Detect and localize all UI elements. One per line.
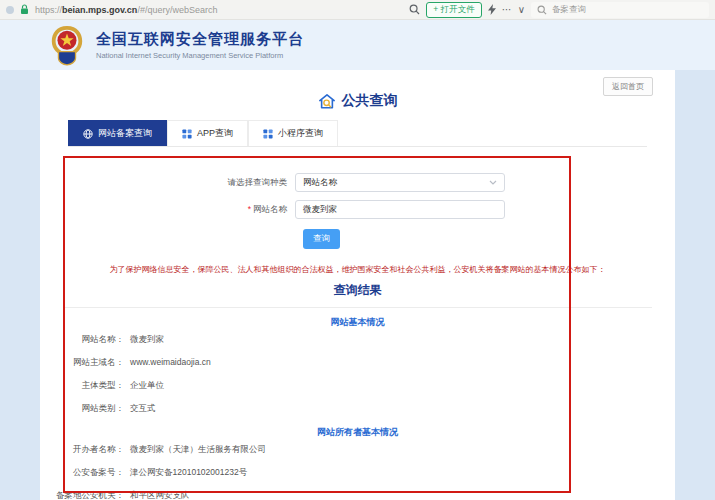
website-name-label: *网站名称 bbox=[40, 204, 295, 216]
row-label: 备案地公安机关： bbox=[40, 490, 124, 500]
url-domain: beian.mps.gov.cn bbox=[62, 5, 137, 15]
grid-icon bbox=[263, 129, 273, 139]
browser-bar: https://beian.mps.gov.cn/#/query/webSear… bbox=[0, 0, 715, 20]
lightning-icon[interactable] bbox=[488, 4, 496, 15]
website-name-row: *网站名称 微麦到家 bbox=[40, 200, 675, 219]
url-scheme: https:// bbox=[35, 5, 62, 15]
row-value: 交互式 bbox=[130, 403, 156, 415]
site-title: 全国互联网安全管理服务平台 bbox=[96, 30, 304, 49]
query-type-select[interactable]: 网站名称 bbox=[295, 173, 505, 192]
house-search-icon bbox=[318, 93, 336, 110]
open-file-button[interactable]: + 打开文件 bbox=[426, 2, 481, 18]
query-type-row: 请选择查询种类 网站名称 bbox=[40, 173, 675, 192]
results-title: 查询结果 bbox=[40, 282, 675, 299]
section-heading-owner-basic: 网站所有者基本情况 bbox=[40, 426, 675, 439]
section-heading-website-basic: 网站基本情况 bbox=[40, 316, 675, 329]
address-bar[interactable]: https://beian.mps.gov.cn/#/query/webSear… bbox=[35, 5, 217, 15]
result-row: 备案地公安机关： 和平区网安支队 bbox=[40, 490, 675, 500]
row-label: 主体类型： bbox=[40, 380, 124, 392]
query-type-value: 网站名称 bbox=[303, 177, 337, 189]
row-label: 网站名称： bbox=[40, 334, 124, 346]
site-title-block: 全国互联网安全管理服务平台 National Internet Security… bbox=[96, 30, 304, 60]
query-type-label: 请选择查询种类 bbox=[40, 177, 295, 189]
query-form: 请选择查询种类 网站名称 *网站名称 微麦到家 查询 bbox=[40, 173, 675, 249]
result-row: 公安备案号： 津公网安备12010102001232号 bbox=[40, 467, 675, 479]
page-title: 公共查询 bbox=[342, 92, 398, 110]
result-row: 开办者名称： 微麦到家（天津）生活服务有限公司 bbox=[40, 444, 675, 456]
divider bbox=[63, 307, 652, 308]
query-tabs: 网站备案查询 APP查询 小程序查询 bbox=[68, 120, 647, 147]
query-submit-button[interactable]: 查询 bbox=[303, 229, 340, 249]
row-label: 公安备案号： bbox=[40, 467, 124, 479]
row-value: 企业单位 bbox=[130, 380, 164, 392]
site-subtitle: National Internet Security Management Se… bbox=[96, 51, 304, 60]
result-row: 网站类别： 交互式 bbox=[40, 403, 675, 415]
lock-icon bbox=[20, 4, 29, 15]
tab-favicon-dot bbox=[6, 6, 14, 14]
quick-search-field[interactable]: 备案查询 bbox=[531, 2, 709, 18]
row-label: 网站类别： bbox=[40, 403, 124, 415]
site-header: 全国互联网安全管理服务平台 National Internet Security… bbox=[0, 20, 715, 70]
chevron-down-icon[interactable]: ∨ bbox=[518, 4, 525, 15]
row-label: 网站主域名： bbox=[40, 357, 124, 369]
grid-icon bbox=[182, 129, 192, 139]
tab-miniprogram-query[interactable]: 小程序查询 bbox=[248, 120, 338, 146]
tab-app-query[interactable]: APP查询 bbox=[167, 120, 248, 146]
legal-notice: 为了保护网络信息安全，保障公民、法人和其他组织的合法权益，维护国家安全和社会公共… bbox=[40, 264, 675, 275]
row-value: 微麦到家 bbox=[130, 334, 164, 346]
search-icon[interactable] bbox=[409, 4, 420, 15]
row-value: www.weimaidaojia.cn bbox=[130, 357, 211, 369]
more-icon[interactable]: ⋯ bbox=[502, 4, 512, 15]
website-basic-rows: 网站名称： 微麦到家 网站主域名： www.weimaidaojia.cn 主体… bbox=[40, 334, 675, 415]
quick-search-text: 备案查询 bbox=[552, 4, 586, 16]
row-value: 津公网安备12010102001232号 bbox=[130, 467, 247, 479]
website-name-input[interactable]: 微麦到家 bbox=[295, 200, 505, 219]
back-home-button[interactable]: 返回首页 bbox=[603, 77, 653, 96]
search-icon bbox=[537, 5, 547, 15]
page-title-row: 公共查询 bbox=[40, 70, 675, 110]
tab-label: 网站备案查询 bbox=[98, 127, 152, 140]
required-asterisk: * bbox=[248, 204, 251, 214]
result-row: 网站名称： 微麦到家 bbox=[40, 334, 675, 346]
row-label: 开办者名称： bbox=[40, 444, 124, 456]
globe-icon bbox=[83, 129, 93, 139]
police-emblem-logo bbox=[48, 24, 86, 66]
content-card: 返回首页 公共查询 网站备案查询 APP查询 bbox=[40, 70, 675, 500]
select-chevron-icon bbox=[489, 180, 497, 185]
url-path: /#/query/webSearch bbox=[137, 5, 217, 15]
submit-row: 查询 bbox=[303, 227, 675, 249]
result-row: 网站主域名： www.weimaidaojia.cn bbox=[40, 357, 675, 369]
website-name-value: 微麦到家 bbox=[303, 204, 337, 216]
row-value: 微麦到家（天津）生活服务有限公司 bbox=[130, 444, 266, 456]
tab-label: APP查询 bbox=[197, 127, 233, 140]
owner-basic-rows: 开办者名称： 微麦到家（天津）生活服务有限公司 公安备案号： 津公网安备1201… bbox=[40, 444, 675, 500]
tab-label: 小程序查询 bbox=[278, 127, 323, 140]
tab-website-filing-query[interactable]: 网站备案查询 bbox=[68, 120, 167, 146]
row-value: 和平区网安支队 bbox=[130, 490, 190, 500]
result-row: 主体类型： 企业单位 bbox=[40, 380, 675, 392]
